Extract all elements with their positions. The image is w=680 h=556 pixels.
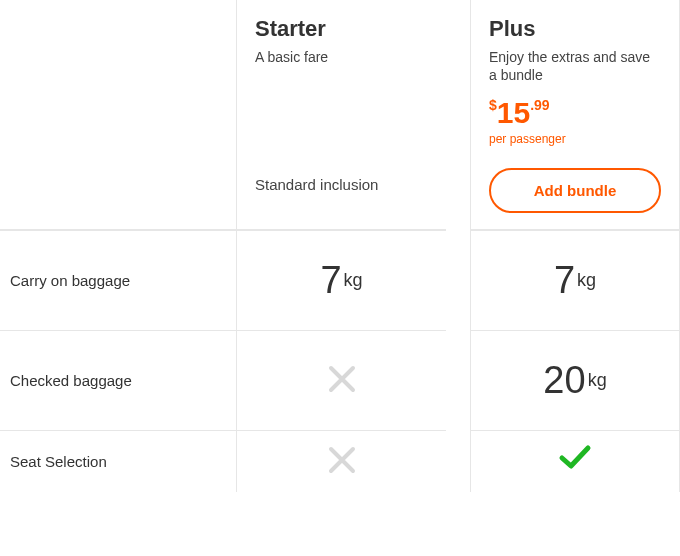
cell-seat-plus	[470, 430, 680, 492]
carry-starter-value: 7	[320, 259, 341, 302]
header-spacer	[0, 0, 236, 230]
plan-name-starter: Starter	[255, 16, 428, 42]
cell-carry-starter: 7 kg	[236, 230, 446, 330]
plan-header-plus: Plus Enjoy the extras and save a bundle …	[470, 0, 680, 230]
checked-plus-value: 20	[543, 359, 585, 402]
price-currency: $	[489, 97, 497, 113]
carry-starter-unit: kg	[344, 270, 363, 291]
plan-header-starter: Starter A basic fare Standard inclusion	[236, 0, 446, 230]
price-whole: 15	[497, 96, 530, 129]
fare-comparison-table: Starter A basic fare Standard inclusion …	[0, 0, 680, 492]
carry-plus-value: 7	[554, 259, 575, 302]
not-included-icon	[325, 362, 359, 400]
plan-desc-plus: Enjoy the extras and save a bundle	[489, 48, 661, 84]
column-gap	[446, 0, 470, 230]
cell-carry-plus: 7 kg	[470, 230, 680, 330]
plan-note-starter: Standard inclusion	[255, 176, 428, 193]
cell-seat-starter	[236, 430, 446, 492]
cell-checked-starter	[236, 330, 446, 430]
add-bundle-button[interactable]: Add bundle	[489, 168, 661, 213]
carry-plus-unit: kg	[577, 270, 596, 291]
column-gap	[446, 430, 470, 492]
price-per: per passenger	[489, 132, 661, 146]
row-label-checked: Checked baggage	[0, 330, 236, 430]
column-gap	[446, 330, 470, 430]
row-label-carry: Carry on baggage	[0, 230, 236, 330]
plan-price-plus: $15.99	[489, 98, 661, 128]
row-label-seat: Seat Selection	[0, 430, 236, 492]
not-included-icon	[325, 443, 359, 481]
cell-checked-plus: 20 kg	[470, 330, 680, 430]
price-cents: .99	[530, 97, 549, 113]
column-gap	[446, 230, 470, 330]
plan-name-plus: Plus	[489, 16, 661, 42]
plan-desc-starter: A basic fare	[255, 48, 428, 66]
checked-plus-unit: kg	[588, 370, 607, 391]
included-icon	[558, 443, 592, 475]
